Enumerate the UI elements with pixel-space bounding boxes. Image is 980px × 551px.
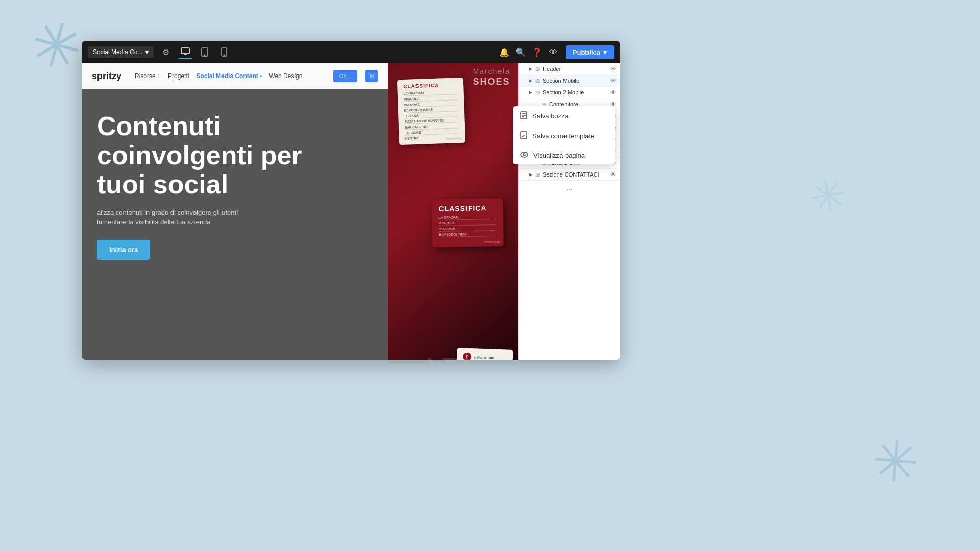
classifica-rows: LA GRAZIANI VINICOLA VIA ROVAI BAMBOBOLI… <box>404 89 459 141</box>
settings-icon-btn[interactable]: ⚙ <box>159 45 173 59</box>
right-image-area: Marchela SHOES CLASSIFICA LA GRAZIANI VI… <box>388 63 518 360</box>
layer-item-contattaci[interactable]: ▶ ⊟ Sezione CONTATTACI 👁 <box>519 169 620 181</box>
nav-extra-btn[interactable]: ⊞ <box>365 70 378 82</box>
layer-eye-section2[interactable]: 👁 <box>610 89 616 95</box>
dropdown-visualizza[interactable]: Visualizza pagina <box>513 146 615 164</box>
asterisk-decoration-br: ✳ <box>869 432 921 492</box>
hero-title: Contenuti coinvolgenti per tuoi social <box>97 112 373 199</box>
nav-risorse[interactable]: Risorse + <box>135 72 161 80</box>
pubblica-label: Pubblica <box>573 48 600 56</box>
layer-name-section2: Section 2 Mobile <box>543 89 607 95</box>
layer-chevron-contattaci: ▶ <box>529 172 532 177</box>
hero-subtitle: alizza contenuti in grado di coinvolgere… <box>97 208 373 228</box>
layer-eye-contattaci[interactable]: 👁 <box>610 171 616 178</box>
layer-icon-contattaci: ⊟ <box>535 172 540 178</box>
salva-bozza-icon <box>520 111 527 121</box>
bottom-brand-text: LEAI <box>426 353 480 360</box>
dropdown-salva-template[interactable]: Salva come template <box>513 126 615 146</box>
pubblica-chevron: ▾ <box>603 48 607 56</box>
layer-chevron-header: ▶ <box>529 66 532 71</box>
asterisk-decoration-tl: ✳ <box>23 10 89 82</box>
salva-bozza-label: Salva bozza <box>532 112 569 120</box>
desktop-view-btn[interactable] <box>178 45 192 59</box>
layer-icon-header: ⊟ <box>535 66 540 72</box>
mobile-view-btn[interactable] <box>217 45 231 59</box>
layers-more-btn[interactable]: ··· <box>519 181 620 197</box>
svg-rect-0 <box>181 48 189 54</box>
hero-content-area: spritzy Risorse + Progetti Social Media … <box>82 63 388 360</box>
classifica-title: CLASSIFICA <box>403 82 457 89</box>
layer-icon-section-mobile: ⊟ <box>535 78 540 84</box>
salva-template-icon <box>520 131 527 141</box>
website-navbar: spritzy Risorse + Progetti Social Media … <box>82 63 388 89</box>
notifications-btn[interactable]: 🔔 <box>497 45 511 59</box>
powered-label-dark: Powered By <box>446 137 462 140</box>
hero-text-area: Contenuti coinvolgenti per tuoi social a… <box>82 91 388 360</box>
tablet-view-btn[interactable] <box>198 45 212 59</box>
layer-name-header: Header <box>543 66 607 72</box>
pubblica-dropdown: Salva bozza Salva come template <box>513 106 615 164</box>
red-classifica-card: CLASSIFICA LA GRAZIANI VINICOLA VIA ROVA… <box>431 198 504 247</box>
layer-item-section-mobile[interactable]: ▶ ⊟ Section Mobile 👁 <box>519 75 620 87</box>
dropdown-salva-bozza[interactable]: Salva bozza <box>513 106 615 126</box>
layer-eye-header[interactable]: 👁 <box>610 66 616 72</box>
svg-point-13 <box>523 154 525 156</box>
page-selector[interactable]: Social Media Co... ▾ <box>88 46 154 58</box>
mobile-icon <box>221 47 227 57</box>
layer-name-contattaci: Sezione CONTATTACI <box>543 171 607 178</box>
layer-item-header[interactable]: ▶ ⊟ Header 👁 <box>519 63 620 75</box>
svg-point-4 <box>205 55 206 56</box>
red-card-powered: Powered By <box>484 240 500 243</box>
shoes-brand-text: Marchela SHOES <box>473 66 510 87</box>
layer-eye-section-mobile[interactable]: 👁 <box>610 78 616 84</box>
preview-btn[interactable]: 👁 <box>546 45 560 59</box>
asterisk-decoration-tr: ✳ <box>805 170 851 222</box>
svg-point-6 <box>224 55 225 55</box>
nav-webdesign[interactable]: Web Design <box>269 72 302 80</box>
layer-item-section2-mobile[interactable]: ▶ ⊟ Section 2 Mobile 👁 <box>519 87 620 98</box>
page-selector-chevron: ▾ <box>145 48 149 56</box>
layer-name-section-mobile: Section Mobile <box>543 78 607 84</box>
desktop-icon <box>181 47 190 56</box>
salva-template-label: Salva come template <box>532 132 594 140</box>
browser-window: Social Media Co... ▾ ⚙ <box>82 41 620 360</box>
layer-chevron-section-mobile: ▶ <box>529 78 532 83</box>
layer-chevron-section2: ▶ <box>529 90 532 95</box>
layer-icon-section2: ⊟ <box>535 90 540 95</box>
help-btn[interactable]: ❓ <box>530 45 544 59</box>
visualizza-label: Visualizza pagina <box>533 152 585 159</box>
page-selector-label: Social Media Co... <box>93 48 142 56</box>
pubblica-button[interactable]: Pubblica ▾ <box>566 45 614 59</box>
svg-point-12 <box>521 152 528 157</box>
browser-toolbar: Social Media Co... ▾ ⚙ <box>82 41 620 63</box>
visualizza-icon <box>520 151 528 159</box>
classifica-card: CLASSIFICA LA GRAZIANI VINICOLA VIA ROVA… <box>397 78 465 145</box>
nav-progetti[interactable]: Progetti <box>168 72 189 80</box>
site-logo: spritzy <box>92 71 121 82</box>
nav-cta-button[interactable]: Co... <box>333 70 357 82</box>
search-btn[interactable]: 🔍 <box>513 45 528 59</box>
tablet-icon <box>201 47 208 57</box>
nav-social[interactable]: Social Media Content • <box>196 72 262 80</box>
toolbar-right-icons: 🔔 🔍 ❓ 👁 <box>497 45 560 59</box>
hero-cta-button[interactable]: Inizia ora <box>97 240 150 260</box>
